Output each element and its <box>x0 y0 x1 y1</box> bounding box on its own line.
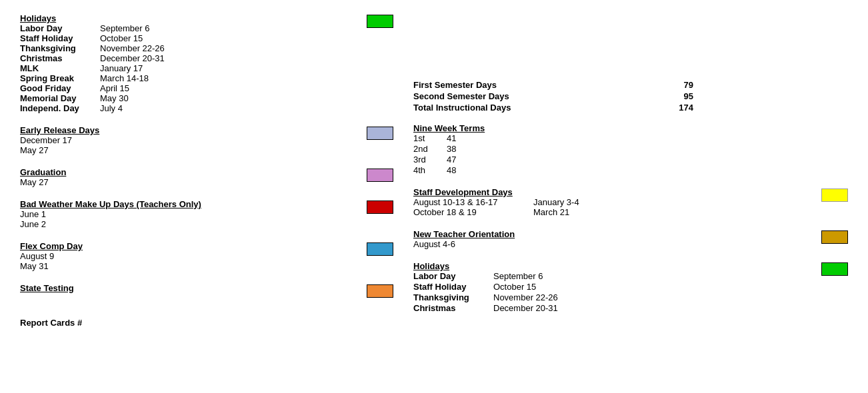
bad-weather-color-box <box>367 200 393 214</box>
right-holidays-item-laborday: Labor Day September 6 <box>413 271 801 281</box>
graduation-section: Graduation May 27 <box>20 167 393 187</box>
holidays-color-box <box>367 15 393 28</box>
nine-week-row-1: 1st 41 <box>413 133 848 143</box>
new-teacher-title: New Teacher Orientation <box>413 229 801 239</box>
early-release-color-col <box>353 125 393 155</box>
holidays-item-independday: Independ. Day July 4 <box>20 103 347 113</box>
report-cards-section: Report Cards # <box>20 318 393 328</box>
flex-comp-title: Flex Comp Day <box>20 241 347 251</box>
early-release-date1: December 17 <box>20 135 347 145</box>
holidays-item-mlk: MLK January 17 <box>20 63 347 73</box>
new-teacher-content: New Teacher Orientation August 4-6 <box>413 229 801 249</box>
right-holidays-item-christmas: Christmas December 20-31 <box>413 303 801 313</box>
early-release-content: Early Release Days December 17 May 27 <box>20 125 347 155</box>
early-release-color-box <box>367 127 393 140</box>
right-holidays-section: Holidays Labor Day September 6 Staff Hol… <box>413 261 848 314</box>
first-semester-value: 79 <box>667 80 693 90</box>
state-testing-color-box <box>367 284 393 298</box>
holidays-title: Holidays <box>20 13 347 23</box>
holidays-item-memorialday: Memorial Day May 30 <box>20 93 347 103</box>
holidays-item-thanksgiving: Thanksgiving November 22-26 <box>20 43 347 53</box>
staff-dev-title: Staff Development Days <box>413 187 801 197</box>
staff-dev-dates: August 10-13 & 16-17 January 3-4 October… <box>413 197 801 217</box>
new-teacher-section: New Teacher Orientation August 4-6 <box>413 229 848 249</box>
graduation-color-box <box>367 169 393 182</box>
summary-section: First Semester Days 79 Second Semester D… <box>413 80 848 113</box>
bad-weather-title: Bad Weather Make Up Days (Teachers Only) <box>20 199 347 209</box>
right-column: First Semester Days 79 Second Semester D… <box>393 13 848 328</box>
total-instructional-row: Total Instructional Days 174 <box>413 103 693 113</box>
bad-weather-color-col <box>353 199 393 229</box>
nine-week-section: Nine Week Terms 1st 41 2nd 38 3rd 47 4th… <box>413 123 848 175</box>
staff-dev-color-col <box>808 187 848 217</box>
staff-dev-color-box <box>821 189 848 202</box>
nine-week-row-3: 3rd 47 <box>413 155 848 165</box>
right-holidays-item-staffholiday: Staff Holiday October 15 <box>413 282 801 292</box>
staff-dev-date-right-2: March 21 <box>533 207 801 217</box>
right-holidays-item-thanksgiving: Thanksgiving November 22-26 <box>413 292 801 302</box>
state-testing-title: State Testing <box>20 283 347 293</box>
holidays-item-staffholiday: Staff Holiday October 15 <box>20 33 347 43</box>
holidays-item-springbreak: Spring Break March 14-18 <box>20 73 347 83</box>
bad-weather-section: Bad Weather Make Up Days (Teachers Only)… <box>20 199 393 229</box>
early-release-section: Early Release Days December 17 May 27 <box>20 125 393 155</box>
bad-weather-date1: June 1 <box>20 209 347 219</box>
first-semester-row: First Semester Days 79 <box>413 80 693 90</box>
staff-dev-date-left-1: August 10-13 & 16-17 <box>413 197 533 207</box>
graduation-color-col <box>353 167 393 187</box>
holidays-item-christmas: Christmas December 20-31 <box>20 53 347 63</box>
new-teacher-color-box <box>821 230 848 244</box>
flex-comp-date1: August 9 <box>20 251 347 261</box>
flex-comp-color-col <box>353 241 393 271</box>
holidays-section: Holidays Labor Day September 6 Staff Hol… <box>20 13 393 113</box>
new-teacher-color-col <box>808 229 848 249</box>
staff-dev-date-left-2: October 18 & 19 <box>413 207 533 217</box>
new-teacher-dates: August 4-6 <box>413 239 801 249</box>
staff-dev-section: Staff Development Days August 10-13 & 16… <box>413 187 848 217</box>
flex-comp-color-box <box>367 242 393 256</box>
flex-comp-section: Flex Comp Day August 9 May 31 <box>20 241 393 271</box>
second-semester-value: 95 <box>667 91 693 101</box>
staff-dev-date-right-1: January 3-4 <box>533 197 801 207</box>
bad-weather-date2: June 2 <box>20 219 347 229</box>
right-holidays-color-col <box>808 261 848 314</box>
second-semester-label: Second Semester Days <box>413 91 509 101</box>
total-instructional-value: 174 <box>667 103 693 113</box>
state-testing-section: State Testing <box>20 283 393 298</box>
nine-week-row-4: 4th 48 <box>413 165 848 175</box>
graduation-date1: May 27 <box>20 177 347 187</box>
early-release-title: Early Release Days <box>20 125 347 135</box>
holidays-color-col <box>353 13 393 113</box>
nine-week-row-2: 2nd 38 <box>413 144 848 154</box>
graduation-title: Graduation <box>20 167 347 177</box>
report-cards-label: Report Cards # <box>20 318 82 328</box>
flex-comp-content: Flex Comp Day August 9 May 31 <box>20 241 347 271</box>
page-container: Holidays Labor Day September 6 Staff Hol… <box>0 0 868 341</box>
right-holidays-title: Holidays <box>413 261 801 271</box>
right-holidays-color-box <box>821 262 848 276</box>
flex-comp-date2: May 31 <box>20 261 347 271</box>
state-testing-color-col <box>353 283 393 298</box>
left-column: Holidays Labor Day September 6 Staff Hol… <box>20 13 393 328</box>
total-instructional-label: Total Instructional Days <box>413 103 511 113</box>
second-semester-row: Second Semester Days 95 <box>413 91 693 101</box>
holidays-content: Holidays Labor Day September 6 Staff Hol… <box>20 13 347 113</box>
holidays-item-goodfriday: Good Friday April 15 <box>20 83 347 93</box>
staff-dev-content: Staff Development Days August 10-13 & 16… <box>413 187 801 217</box>
graduation-content: Graduation May 27 <box>20 167 347 187</box>
early-release-date2: May 27 <box>20 145 347 155</box>
first-semester-label: First Semester Days <box>413 80 497 90</box>
holidays-item-laborday: Labor Day September 6 <box>20 23 347 33</box>
right-holidays-content: Holidays Labor Day September 6 Staff Hol… <box>413 261 801 314</box>
bad-weather-content: Bad Weather Make Up Days (Teachers Only)… <box>20 199 347 229</box>
nine-week-title: Nine Week Terms <box>413 123 848 133</box>
state-testing-content: State Testing <box>20 283 347 298</box>
